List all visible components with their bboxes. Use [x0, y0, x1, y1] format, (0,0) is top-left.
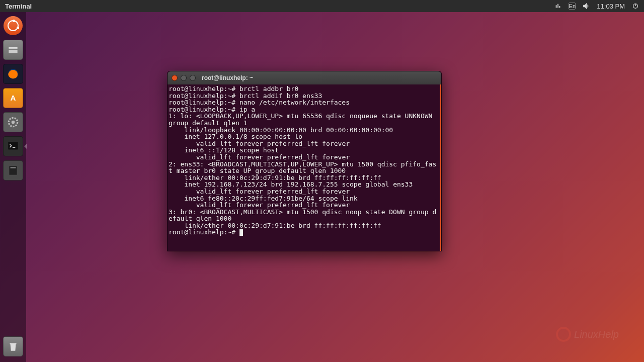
minimize-icon[interactable]	[181, 75, 187, 81]
svg-rect-9	[11, 167, 16, 168]
system-tray: En 11:03 PM	[554, 3, 644, 10]
unity-launcher: A	[0, 12, 26, 362]
active-app-name: Terminal	[0, 3, 37, 10]
software-center-icon[interactable]: A	[3, 87, 24, 109]
watermark: LinuxHelp	[556, 327, 619, 342]
files-icon[interactable]	[3, 39, 24, 60]
terminal-output: root@linuxhelp:~# brctl addbr br0 root@l…	[169, 85, 436, 229]
firefox-icon[interactable]	[3, 63, 24, 84]
top-menu-bar: Terminal En 11:03 PM	[0, 0, 644, 12]
terminal-body[interactable]: root@linuxhelp:~# brctl addbr br0 root@l…	[168, 84, 441, 251]
svg-point-6	[12, 121, 15, 124]
settings-icon[interactable]	[3, 112, 24, 133]
disk-icon[interactable]	[3, 160, 24, 181]
maximize-icon[interactable]	[190, 75, 196, 81]
close-icon[interactable]	[172, 75, 178, 81]
svg-rect-2	[9, 50, 17, 53]
language-indicator[interactable]: En	[569, 3, 576, 10]
scrollbar[interactable]	[440, 84, 441, 251]
terminal-window[interactable]: root@linuxhelp: ~ root@linuxhelp:~# brct…	[167, 71, 442, 251]
network-icon[interactable]	[554, 3, 561, 10]
sound-icon[interactable]	[583, 3, 590, 10]
clock[interactable]: 11:03 PM	[597, 3, 625, 10]
window-titlebar[interactable]: root@linuxhelp: ~	[168, 71, 441, 84]
trash-icon[interactable]	[3, 336, 24, 357]
terminal-icon[interactable]	[3, 136, 24, 157]
svg-rect-7	[8, 142, 18, 149]
power-icon[interactable]	[632, 3, 639, 10]
svg-rect-1	[9, 47, 17, 49]
terminal-prompt: root@linuxhelp:~#	[169, 228, 239, 236]
cursor-icon	[239, 229, 243, 236]
svg-text:A: A	[11, 94, 16, 102]
dash-icon[interactable]	[3, 15, 24, 36]
window-title: root@linuxhelp: ~	[202, 74, 253, 81]
